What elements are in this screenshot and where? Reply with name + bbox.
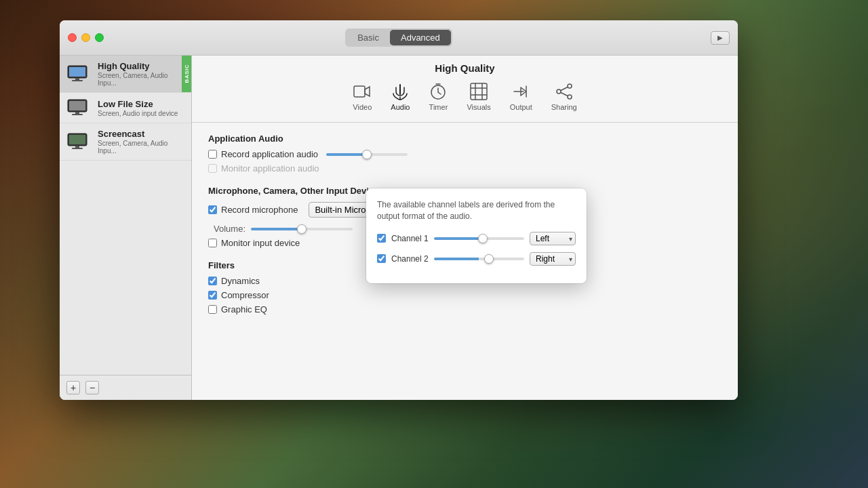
- sidebar-footer: + −: [60, 375, 191, 400]
- mic-volume-slider[interactable]: [251, 228, 353, 230]
- traffic-lights: [68, 33, 104, 42]
- svg-rect-6: [75, 112, 79, 114]
- svg-rect-7: [72, 114, 83, 115]
- compressor-text: Compressor: [221, 290, 269, 300]
- channel-1-select-wrapper: Left Right Center Mute: [530, 232, 576, 245]
- channel-1-select[interactable]: Left Right Center Mute: [530, 232, 576, 245]
- monitor-input-label[interactable]: Monitor input device: [208, 238, 300, 248]
- svg-rect-14: [471, 83, 487, 100]
- channel-2-slider[interactable]: [434, 258, 524, 260]
- tab-advanced[interactable]: Advanced: [390, 30, 451, 45]
- record-app-audio-label[interactable]: Record application audio: [208, 149, 318, 159]
- svg-point-20: [557, 89, 561, 94]
- svg-rect-1: [69, 67, 85, 77]
- tab-basic[interactable]: Basic: [347, 30, 390, 45]
- record-app-audio-checkbox[interactable]: [208, 150, 217, 159]
- maximize-button[interactable]: [95, 33, 104, 42]
- preset-name-low-file-size: Low File Size: [98, 99, 184, 109]
- preset-desc-high-quality: Screen, Camera, Audio Inpu...: [98, 72, 184, 87]
- preset-text-low-file-size: Low File Size Screen, Audio input device: [98, 99, 184, 117]
- preset-name-high-quality: High Quality: [98, 61, 184, 71]
- tab-sharing-label: Sharing: [551, 103, 577, 111]
- preset-icon-low-file-size: [66, 98, 91, 117]
- tab-audio[interactable]: Audio: [381, 78, 419, 115]
- channel-1-checkbox[interactable]: [377, 234, 386, 243]
- basic-badge: BASIC: [182, 56, 191, 92]
- record-app-audio-text: Record application audio: [221, 149, 318, 159]
- app-audio-volume-slider[interactable]: [326, 153, 408, 156]
- icon-tabs: Video Audio: [192, 78, 738, 123]
- svg-rect-2: [75, 78, 79, 80]
- dynamics-label[interactable]: Dynamics: [208, 276, 260, 286]
- graphic-eq-label[interactable]: Graphic EQ: [208, 304, 267, 314]
- preset-item-screencast[interactable]: Screencast Screen, Camera, Audio Inpu...: [60, 123, 191, 161]
- svg-line-22: [561, 87, 568, 91]
- tab-audio-label: Audio: [391, 103, 410, 111]
- preset-icon-screencast: [66, 132, 91, 151]
- titlebar: Basic Advanced ▶: [60, 20, 738, 56]
- graphic-eq-checkbox[interactable]: [208, 305, 217, 314]
- dynamics-text: Dynamics: [221, 276, 260, 286]
- app-audio-section: Application Audio Record application aud…: [208, 134, 722, 174]
- mic-volume-label: Volume:: [208, 224, 245, 234]
- record-app-audio-row: Record application audio: [208, 149, 722, 159]
- compressor-row: Compressor: [208, 290, 722, 300]
- svg-rect-11: [72, 148, 83, 149]
- tab-timer[interactable]: Timer: [419, 78, 457, 115]
- channel-popup-desc: The available channel labels are derived…: [377, 199, 576, 222]
- channel-2-checkbox[interactable]: [377, 254, 386, 263]
- preset-text-high-quality: High Quality Screen, Camera, Audio Inpu.…: [98, 61, 184, 87]
- monitor-app-audio-row: Monitor application audio: [208, 163, 722, 174]
- svg-rect-10: [75, 146, 79, 148]
- channel-2-select[interactable]: Left Right Center Mute: [530, 252, 576, 266]
- preset-desc-screencast: Screen, Camera, Audio Inpu...: [98, 140, 184, 155]
- record-mic-label[interactable]: Record microphone: [208, 205, 298, 215]
- graphic-eq-row: Graphic EQ: [208, 304, 722, 314]
- tab-visuals-label: Visuals: [467, 103, 490, 111]
- minimize-button[interactable]: [81, 33, 90, 42]
- preset-desc-low-file-size: Screen, Audio input device: [98, 110, 184, 117]
- graphic-eq-text: Graphic EQ: [221, 304, 267, 314]
- channel-1-row: Channel 1 Left Right Center Mute: [377, 232, 576, 245]
- preset-item-high-quality[interactable]: High Quality Screen, Camera, Audio Inpu.…: [60, 56, 191, 93]
- svg-line-23: [561, 93, 568, 96]
- preset-icon-high-quality: [66, 64, 91, 83]
- basic-badge-text: BASIC: [184, 64, 190, 83]
- monitor-app-audio-label[interactable]: Monitor application audio: [208, 163, 319, 174]
- tab-video-label: Video: [353, 103, 372, 111]
- preset-item-low-file-size[interactable]: Low File Size Screen, Audio input device: [60, 93, 191, 123]
- svg-rect-12: [354, 86, 365, 97]
- dynamics-checkbox[interactable]: [208, 277, 217, 285]
- svg-rect-5: [69, 101, 85, 110]
- compressor-label[interactable]: Compressor: [208, 290, 269, 300]
- svg-point-21: [568, 95, 572, 99]
- preset-text-screencast: Screencast Screen, Camera, Audio Inpu...: [98, 129, 184, 155]
- tab-video[interactable]: Video: [343, 78, 381, 115]
- compressor-checkbox[interactable]: [208, 291, 217, 300]
- play-button[interactable]: ▶: [711, 31, 730, 45]
- channel-2-label: Channel 2: [391, 254, 429, 264]
- view-tabs: Basic Advanced: [345, 28, 452, 47]
- channel-1-label: Channel 1: [391, 234, 429, 243]
- app-audio-title: Application Audio: [208, 134, 722, 144]
- close-button[interactable]: [68, 33, 77, 42]
- svg-rect-9: [69, 135, 85, 144]
- preset-name-screencast: Screencast: [98, 129, 184, 139]
- remove-preset-button[interactable]: −: [85, 381, 99, 394]
- svg-point-19: [568, 84, 572, 88]
- tab-output-label: Output: [510, 103, 532, 111]
- record-mic-checkbox[interactable]: [208, 205, 217, 214]
- tab-sharing[interactable]: Sharing: [542, 78, 587, 115]
- tab-visuals[interactable]: Visuals: [457, 78, 500, 115]
- monitor-input-checkbox[interactable]: [208, 239, 217, 247]
- tab-timer-label: Timer: [429, 103, 448, 111]
- channel-popup: The available channel labels are derived…: [366, 188, 587, 283]
- channel-2-row: Channel 2 Left Right Center Mute: [377, 252, 576, 266]
- svg-rect-3: [72, 80, 83, 81]
- sidebar: High Quality Screen, Camera, Audio Inpu.…: [60, 56, 192, 400]
- channel-1-slider[interactable]: [434, 237, 524, 240]
- add-preset-button[interactable]: +: [66, 381, 80, 394]
- preset-title: High Quality: [192, 56, 738, 78]
- channel-2-select-wrapper: Left Right Center Mute: [530, 252, 576, 266]
- tab-output[interactable]: Output: [500, 78, 542, 115]
